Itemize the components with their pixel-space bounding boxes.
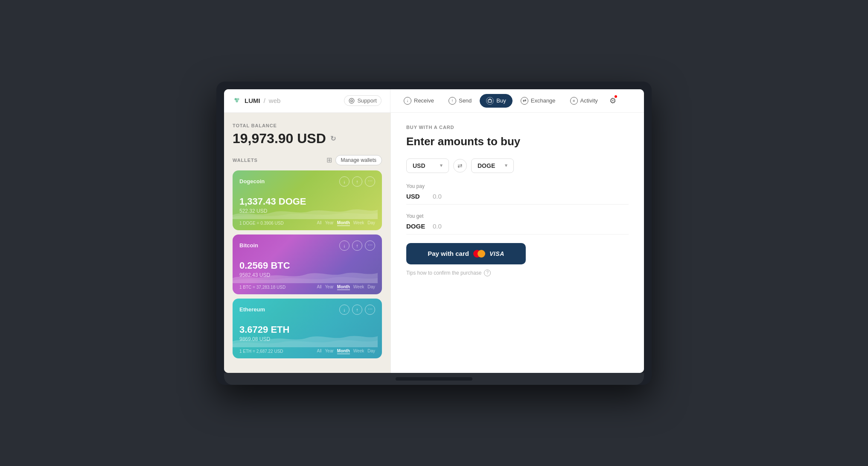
visa-label: VISA — [489, 250, 504, 257]
tab-buy-label: Buy — [496, 97, 506, 104]
bitcoin-time-filters[interactable]: All Year Month Week Day — [317, 284, 375, 290]
dogecoin-time-filters[interactable]: All Year Month Week Day — [317, 220, 375, 226]
mc-circle-orange — [478, 250, 485, 258]
help-icon: ? — [484, 270, 491, 276]
bitcoin-card-name: Bitcoin — [239, 242, 258, 249]
send-icon: ↑ — [449, 97, 456, 105]
tips-label: Tips how to confirm the purchase — [406, 270, 481, 276]
bitcoin-wave-chart — [233, 266, 378, 283]
you-pay-label: You pay — [406, 183, 629, 189]
svg-point-1 — [237, 98, 239, 100]
tab-send[interactable]: ↑ Send — [442, 94, 478, 108]
tips-link[interactable]: Tips how to confirm the purchase ? — [406, 270, 629, 276]
svg-point-0 — [235, 98, 237, 100]
you-get-input[interactable] — [433, 223, 629, 230]
buy-section-label: BUY WITH A CARD — [406, 125, 629, 130]
logo-icon — [233, 96, 242, 106]
dogecoin-send-btn[interactable]: ↑ — [352, 176, 362, 187]
refresh-icon[interactable]: ↻ — [330, 135, 336, 143]
you-get-label: You get — [406, 213, 629, 219]
ethereum-rate: 1 ETH = 2,687.22 USD — [239, 349, 283, 354]
tab-activity-label: Activity — [580, 97, 598, 104]
ethereum-receive-btn[interactable]: ↓ — [339, 305, 350, 315]
dogecoin-rate: 1 DOGE = 0.3906 USD — [239, 221, 284, 226]
support-icon — [349, 98, 355, 104]
grid-view-icon[interactable]: ⊞ — [326, 156, 332, 164]
pay-with-card-button[interactable]: Pay with card VISA — [406, 243, 526, 264]
from-currency-selector[interactable]: USD ▾ — [406, 158, 449, 173]
logo-web: web — [269, 97, 281, 104]
buy-title: Enter amounts to buy — [406, 135, 629, 148]
settings-notification-dot — [615, 95, 617, 98]
you-pay-input[interactable] — [433, 193, 629, 200]
support-label: Support — [357, 97, 377, 104]
bitcoin-rate: 1 BTC = 37,283.18 USD — [239, 285, 285, 290]
exchange-icon: ⇄ — [521, 97, 528, 105]
svg-rect-5 — [488, 100, 492, 102]
to-currency-chevron: ▾ — [505, 163, 507, 168]
logo-separator: / — [264, 97, 265, 104]
bitcoin-more-btn[interactable]: ⋯ — [365, 240, 375, 251]
support-button[interactable]: Support — [344, 95, 382, 106]
dogecoin-card-name: Dogecoin — [239, 178, 265, 185]
swap-currencies-button[interactable]: ⇄ — [453, 159, 467, 173]
svg-point-2 — [236, 100, 238, 103]
tab-activity[interactable]: ≡ Activity — [564, 94, 604, 108]
tab-receive-label: Receive — [414, 97, 434, 104]
you-pay-section: You pay USD — [406, 183, 629, 205]
logo-text: LUMI — [245, 97, 260, 104]
from-currency-chevron: ▾ — [440, 163, 443, 168]
tab-exchange[interactable]: ⇄ Exchange — [514, 94, 562, 108]
bitcoin-send-btn[interactable]: ↑ — [352, 240, 362, 251]
wallet-card-ethereum: Ethereum ↓ ↑ ⋯ 3.6729 ETH 9869.08 USD — [233, 299, 382, 358]
dogecoin-receive-btn[interactable]: ↓ — [339, 176, 350, 187]
tab-receive[interactable]: ↓ Receive — [397, 94, 440, 108]
svg-point-3 — [350, 98, 355, 103]
dogecoin-wave-chart — [233, 202, 378, 219]
logo-section: LUMI / web — [233, 96, 280, 106]
dogecoin-more-btn[interactable]: ⋯ — [365, 176, 375, 187]
you-pay-currency: USD — [406, 193, 428, 200]
ethereum-send-btn[interactable]: ↑ — [352, 305, 362, 315]
tab-exchange-label: Exchange — [531, 97, 556, 104]
activity-icon: ≡ — [570, 97, 578, 105]
ethereum-more-btn[interactable]: ⋯ — [365, 305, 375, 315]
buy-icon — [486, 97, 494, 105]
swap-icon: ⇄ — [457, 162, 463, 169]
wallets-label: WALLETS — [233, 158, 258, 163]
pay-button-label: Pay with card — [428, 250, 469, 257]
ethereum-wave-chart — [233, 330, 378, 347]
total-balance-label: TOTAL BALANCE — [233, 123, 382, 128]
you-get-section: You get DOGE — [406, 213, 629, 234]
you-get-currency: DOGE — [406, 223, 428, 230]
wallet-card-dogecoin: Dogecoin ↓ ↑ ⋯ 1,337.43 DOGE 522.32 USD — [233, 170, 382, 230]
to-currency-selector[interactable]: DOGE ▾ — [471, 158, 514, 173]
tab-send-label: Send — [459, 97, 472, 104]
settings-button[interactable]: ⚙ — [609, 96, 616, 106]
svg-point-4 — [351, 100, 353, 102]
manage-wallets-button[interactable]: Manage wallets — [335, 155, 382, 165]
tab-buy[interactable]: Buy — [480, 94, 512, 108]
wallet-card-bitcoin: Bitcoin ↓ ↑ ⋯ 0.2569 BTC 9582.43 USD — [233, 234, 382, 294]
mastercard-icon — [473, 250, 485, 258]
ethereum-time-filters[interactable]: All Year Month Week Day — [317, 349, 375, 354]
ethereum-card-name: Ethereum — [239, 306, 265, 313]
receive-icon: ↓ — [404, 97, 411, 105]
currency-selector-row: USD ▾ ⇄ DOGE ▾ — [406, 158, 629, 173]
laptop-notch — [396, 377, 472, 381]
total-balance: 19,973.90 USD ↻ — [233, 131, 382, 147]
bitcoin-receive-btn[interactable]: ↓ — [339, 240, 350, 251]
